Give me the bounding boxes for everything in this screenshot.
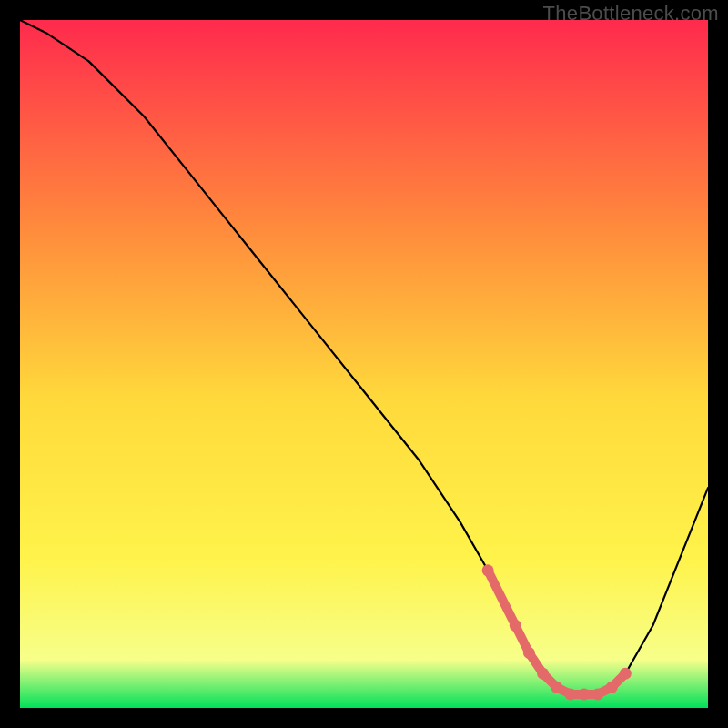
highlight-point: [564, 688, 576, 700]
gradient-background: [20, 20, 708, 708]
chart-frame: TheBottleneck.com: [0, 0, 728, 728]
highlight-point: [537, 668, 549, 680]
highlight-point: [551, 682, 562, 693]
chart-svg: [20, 20, 708, 708]
plot-area: [20, 20, 708, 708]
highlight-point: [606, 682, 618, 693]
highlight-point: [592, 688, 604, 700]
highlight-point: [523, 647, 535, 659]
highlight-point: [620, 668, 632, 680]
highlight-point: [482, 564, 494, 576]
highlight-point: [578, 688, 590, 700]
highlight-point: [510, 620, 521, 632]
